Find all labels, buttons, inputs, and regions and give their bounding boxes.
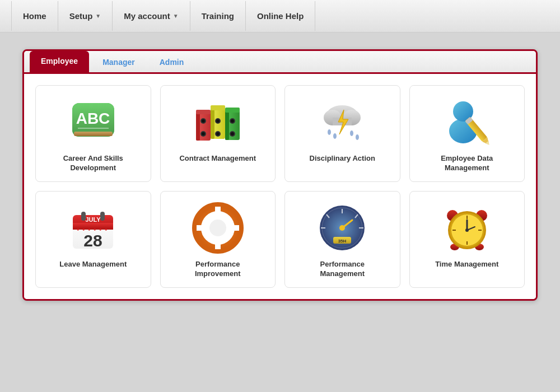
nav-training-label: Training [202, 11, 234, 21]
nav-myaccount[interactable]: My account ▼ [113, 1, 190, 31]
svg-text:JULY: JULY [86, 216, 101, 223]
performance-manage-label: PerformanceManagement [320, 260, 365, 279]
svg-rect-13 [211, 108, 214, 139]
svg-text:●: ● [94, 227, 96, 231]
svg-point-32 [333, 133, 337, 139]
nav-onlinehelp[interactable]: Online Help [246, 1, 315, 31]
career-label: Career And SkillsDevelopment [63, 154, 123, 173]
contract-label: Contract Management [179, 154, 256, 164]
svg-point-58 [209, 220, 226, 236]
svg-point-31 [328, 129, 331, 135]
module-leave[interactable]: JULY ● ● ● ● ● ● 28 Leave Management [35, 191, 151, 288]
tab-manager-label: Manager [102, 58, 135, 67]
svg-rect-21 [225, 108, 240, 113]
nav-home-label: Home [23, 11, 46, 21]
top-navigation: Home Setup ▼ My account ▼ Training Onlin… [0, 0, 560, 32]
svg-rect-20 [225, 110, 229, 140]
svg-text:●: ● [99, 227, 101, 231]
svg-rect-2 [74, 132, 113, 136]
tab-employee[interactable]: Employee [30, 51, 89, 72]
svg-point-33 [350, 130, 353, 136]
tab-admin-label: Admin [160, 58, 184, 67]
svg-point-34 [356, 134, 359, 140]
contract-icon [193, 97, 243, 147]
leave-icon: JULY ● ● ● ● ● ● 28 [68, 203, 118, 253]
svg-rect-6 [196, 111, 200, 141]
nav-onlinehelp-label: Online Help [257, 11, 304, 21]
module-performance-manage[interactable]: 35H PerformanceManagement [284, 191, 400, 288]
svg-text:●: ● [82, 227, 85, 231]
svg-text:28: 28 [84, 231, 102, 250]
svg-text:●: ● [88, 227, 90, 231]
leave-label: Leave Management [59, 260, 127, 269]
career-icon: ABC [68, 97, 118, 147]
employee-data-label: Employee DataManagement [441, 154, 493, 173]
svg-point-83 [465, 228, 469, 232]
main-content: Employee Manager Admin [0, 32, 560, 392]
nav-setup-label: Setup [69, 11, 93, 21]
svg-point-67 [339, 225, 345, 231]
module-time[interactable]: Time Management [409, 191, 525, 288]
module-container: Employee Manager Admin [22, 49, 538, 301]
nav-myaccount-label: My account [124, 11, 170, 21]
time-icon [442, 203, 492, 253]
svg-text:35H: 35H [338, 239, 347, 244]
nav-training[interactable]: Training [190, 1, 246, 31]
nav-myaccount-arrow: ▼ [173, 13, 179, 19]
performance-manage-icon: 35H [317, 203, 367, 253]
tab-employee-label: Employee [41, 57, 78, 66]
svg-rect-14 [211, 105, 225, 110]
module-career[interactable]: ABC Career And SkillsDevelopment [35, 85, 151, 182]
svg-point-16 [216, 132, 220, 136]
svg-point-23 [231, 132, 234, 136]
module-performance-improve[interactable]: PerformanceImprovement [160, 191, 276, 288]
nav-setup[interactable]: Setup ▼ [58, 1, 113, 31]
employee-data-icon [442, 97, 492, 147]
disciplinary-label: Disciplinary Action [310, 154, 375, 164]
nav-home[interactable]: Home [11, 1, 58, 31]
performance-improve-icon [193, 203, 243, 253]
svg-point-11 [202, 119, 205, 123]
svg-rect-7 [196, 110, 211, 114]
svg-point-25 [231, 119, 234, 123]
svg-rect-45 [100, 212, 105, 221]
time-label: Time Management [435, 260, 498, 269]
module-grid: ABC Career And SkillsDevelopment [24, 74, 536, 299]
svg-point-18 [216, 119, 220, 123]
module-disciplinary[interactable]: Disciplinary Action [284, 85, 400, 182]
svg-text:ABC: ABC [76, 110, 110, 127]
svg-point-9 [202, 132, 205, 136]
performance-improve-label: PerformanceImprovement [195, 260, 241, 279]
disciplinary-icon [317, 97, 367, 147]
svg-text:●: ● [77, 227, 79, 231]
tab-manager[interactable]: Manager [91, 52, 146, 72]
svg-text:●: ● [105, 227, 107, 231]
tab-bar: Employee Manager Admin [24, 51, 536, 74]
nav-setup-arrow: ▼ [95, 13, 101, 19]
tab-admin[interactable]: Admin [148, 52, 195, 72]
module-contract[interactable]: Contract Management [160, 85, 276, 182]
module-employee-data[interactable]: Employee DataManagement [409, 85, 525, 182]
